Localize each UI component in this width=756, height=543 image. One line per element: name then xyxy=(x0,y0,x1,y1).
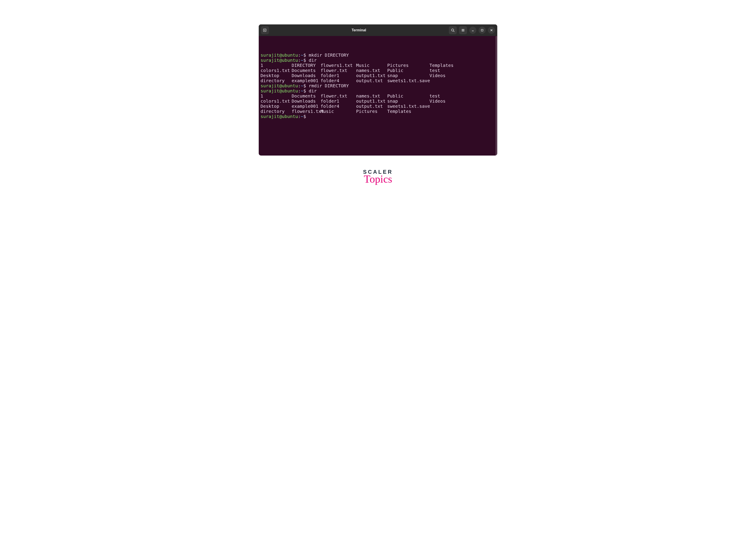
listing-cell: 1 xyxy=(261,63,292,68)
listing-row: directoryexample001folder4output.txtswee… xyxy=(261,78,495,83)
listing-cell: sweets1.txt.save xyxy=(387,104,429,109)
listing-cell: Public xyxy=(387,68,429,73)
listing-cell: Documents xyxy=(292,68,321,73)
listing-cell: flower.txt xyxy=(321,68,356,73)
hamburger-menu-button[interactable] xyxy=(459,26,467,34)
listing-cell: Pictures xyxy=(387,63,429,68)
listing-cell: example001 xyxy=(292,104,321,109)
brand-line2: Topics xyxy=(235,173,521,185)
listing-cell: test xyxy=(429,94,461,99)
listing-cell: 1 xyxy=(261,94,292,99)
svg-rect-9 xyxy=(481,29,483,31)
listing-cell: Music xyxy=(356,63,387,68)
listing-row: DesktopDownloadsfolder1output1.txtsnapVi… xyxy=(261,73,495,78)
listing-cell xyxy=(429,78,461,83)
listing-cell: flowers1.txt xyxy=(321,63,356,68)
listing-row: 1DIRECTORYflowers1.txtMusicPicturesTempl… xyxy=(261,63,495,68)
listing-cell: colors1.txt xyxy=(261,99,292,104)
brand-logo: SCALER Topics xyxy=(235,169,521,185)
terminal-window: Terminal xyxy=(259,24,497,156)
prompt-user: surajit@ubuntu xyxy=(261,88,298,94)
close-button[interactable] xyxy=(488,27,495,34)
listing-cell: Videos xyxy=(429,99,461,104)
command-text: dir xyxy=(309,88,317,94)
command-text: rmdir DIRECTORY xyxy=(309,83,349,88)
prompt-path: ~ xyxy=(301,58,303,63)
listing-row: colors1.txtDownloadsfolder1output1.txtsn… xyxy=(261,99,495,104)
listing-cell: sweets1.txt.save xyxy=(387,78,429,83)
listing-cell: folder1 xyxy=(321,73,356,78)
command-text: dir xyxy=(309,58,317,63)
prompt-user: surajit@ubuntu xyxy=(261,52,298,58)
prompt-line: surajit@ubuntu:~$ xyxy=(261,114,495,119)
listing-cell: directory xyxy=(261,78,292,83)
command-text: mkdir DIRECTORY xyxy=(309,52,349,58)
listing-cell: names.txt xyxy=(356,68,387,73)
window-title: Terminal xyxy=(271,28,447,32)
svg-point-3 xyxy=(451,29,454,31)
prompt-user: surajit@ubuntu xyxy=(261,114,298,119)
listing-cell: Downloads xyxy=(292,73,321,78)
listing-cell: Desktop xyxy=(261,73,292,78)
hamburger-icon xyxy=(461,28,465,32)
listing-cell: folder4 xyxy=(321,104,356,109)
prompt-path: ~ xyxy=(301,83,303,88)
listing-cell: Downloads xyxy=(292,99,321,104)
prompt-path: ~ xyxy=(301,88,303,94)
prompt-user: surajit@ubuntu xyxy=(261,83,298,88)
window-titlebar: Terminal xyxy=(259,24,497,36)
listing-cell: example001 xyxy=(292,78,321,83)
listing-cell: Music xyxy=(321,109,356,114)
listing-cell: snap xyxy=(387,73,429,78)
maximize-button[interactable] xyxy=(479,27,486,34)
listing-cell: Videos xyxy=(429,73,461,78)
listing-cell: Documents xyxy=(292,94,321,99)
listing-cell: Pictures xyxy=(356,109,387,114)
scrollbar[interactable] xyxy=(495,36,497,156)
prompt-line: surajit@ubuntu:~$ rmdir DIRECTORY xyxy=(261,83,495,88)
terminal-output[interactable]: surajit@ubuntu:~$ mkdir DIRECTORYsurajit… xyxy=(259,36,497,156)
listing-cell: directory xyxy=(261,109,292,114)
listing-cell: snap xyxy=(387,99,429,104)
listing-cell: output1.txt xyxy=(356,73,387,78)
listing-cell: output.txt xyxy=(356,104,387,109)
listing-cell: names.txt xyxy=(356,94,387,99)
maximize-icon xyxy=(481,29,484,32)
listing-cell: Templates xyxy=(429,63,461,68)
prompt-line: surajit@ubuntu:~$ dir xyxy=(261,58,495,63)
minimize-icon xyxy=(471,29,474,32)
listing-cell: folder1 xyxy=(321,99,356,104)
search-button[interactable] xyxy=(449,26,457,34)
listing-row: Desktopexample001folder4output.txtsweets… xyxy=(261,104,495,109)
listing-cell: flowers1.txt xyxy=(292,109,321,114)
listing-cell xyxy=(429,109,461,114)
listing-cell: test xyxy=(429,68,461,73)
listing-row: colors1.txtDocumentsflower.txtnames.txtP… xyxy=(261,68,495,73)
listing-cell: output.txt xyxy=(356,78,387,83)
listing-row: 1Documentsflower.txtnames.txtPublictest xyxy=(261,94,495,99)
listing-cell xyxy=(429,104,461,109)
new-tab-button[interactable] xyxy=(261,26,269,34)
listing-cell: flower.txt xyxy=(321,94,356,99)
prompt-line: surajit@ubuntu:~$ mkdir DIRECTORY xyxy=(261,53,495,58)
prompt-path: ~ xyxy=(301,52,303,58)
listing-cell: folder4 xyxy=(321,78,356,83)
listing-cell: colors1.txt xyxy=(261,68,292,73)
search-icon xyxy=(451,28,455,32)
listing-row: directoryflowers1.txtMusicPicturesTempla… xyxy=(261,109,495,114)
listing-cell: Public xyxy=(387,94,429,99)
minimize-button[interactable] xyxy=(469,27,476,34)
prompt-path: ~ xyxy=(301,114,303,119)
listing-cell: Desktop xyxy=(261,104,292,109)
listing-cell: DIRECTORY xyxy=(292,63,321,68)
listing-cell: Templates xyxy=(387,109,429,114)
svg-line-4 xyxy=(453,31,454,32)
prompt-user: surajit@ubuntu xyxy=(261,58,298,63)
listing-cell: output1.txt xyxy=(356,99,387,104)
prompt-line: surajit@ubuntu:~$ dir xyxy=(261,88,495,94)
close-icon xyxy=(490,29,493,32)
